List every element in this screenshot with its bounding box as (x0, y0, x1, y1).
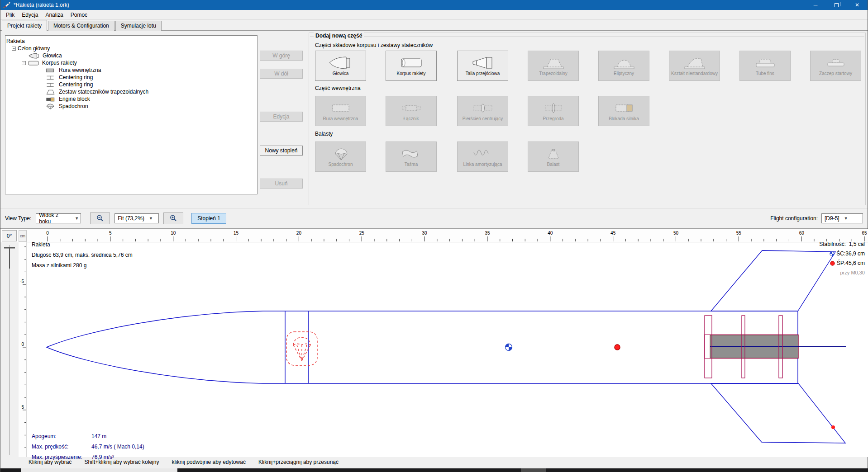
part-button-label: Przegroda (541, 116, 565, 121)
tab-projekt-rakiety[interactable]: Projekt rakiety (2, 20, 47, 31)
restore-button[interactable] (826, 0, 847, 10)
flight-configuration-label: Flight configuration: (770, 215, 818, 222)
svg-text:25: 25 (359, 231, 365, 236)
close-button[interactable]: ✕ (847, 0, 868, 10)
tree-row-centeringring-2[interactable]: Centering ring (6, 81, 256, 88)
chevron-down-icon: ▼ (844, 216, 848, 221)
transition-icon (470, 56, 496, 70)
tab-bar: Projekt rakiety Motors & Configuration S… (0, 20, 868, 31)
collapse-icon[interactable]: − (22, 61, 26, 65)
cg-value: ŚC:36,9 cm (836, 250, 865, 257)
tube-fin-icon (753, 56, 778, 70)
tree-item-label: Zestaw stateczników trapezoidalnych (59, 89, 148, 95)
tree-row-innertube[interactable]: Rura wewnętrzna (6, 66, 256, 74)
flight-configuration-value: [D9-5] (825, 215, 839, 222)
tree-row-parachute[interactable]: Spadochron (6, 103, 256, 110)
tree-item-label: Głowica (43, 52, 62, 59)
part-button-spadochron: Spadochron (315, 142, 366, 172)
part-button-tube-fins: Tube fins (739, 51, 791, 81)
launch-lug-icon (823, 56, 849, 70)
stability-condition: przy M0,30 (819, 268, 865, 278)
svg-text:10: 10 (171, 231, 176, 236)
flight-configuration-select[interactable]: [D9-5] ▼ (821, 213, 863, 223)
part-button-korpus-rakiety[interactable]: Korpus rakiety (386, 51, 437, 81)
rotation-slider (0, 242, 19, 457)
menu-edycja[interactable]: Edycja (18, 11, 42, 19)
tree-row-nosecone[interactable]: Głowica (6, 52, 256, 59)
tree-row-engineblock[interactable]: Engine block (6, 95, 256, 103)
engineblock-icon (44, 96, 56, 102)
parachute-icon (44, 104, 56, 109)
group-inner-component-label: Część wewnętrzna (315, 85, 361, 91)
add-part-title: Dodaj nową część (314, 33, 364, 39)
part-button-label: Eliptyczny (612, 71, 635, 76)
rotation-angle-box[interactable]: 0° (2, 230, 17, 241)
horizontal-ruler: 05101520253035404550556065 (27, 229, 868, 242)
taskbar-sliver-gray (521, 468, 546, 472)
chevron-down-icon: ▼ (149, 216, 153, 221)
part-button-glowica[interactable]: Głowica (315, 51, 366, 81)
freeform-fin-icon (682, 56, 707, 70)
move-down-button: W dół (260, 69, 303, 79)
zoom-value: Fit (73,2%) (118, 215, 144, 222)
restore-icon (835, 3, 839, 7)
tree-row-stage[interactable]: − Człon główny (6, 45, 256, 52)
tree-row-rocket[interactable]: Rakieta (6, 38, 256, 45)
nose-cone-outline (47, 311, 263, 383)
hint-drag: Kliknij+przeciągnij aby przesunąć (258, 459, 339, 465)
tree-root-label: Rakieta (6, 38, 25, 44)
tab-symulacje-lotu[interactable]: Symulacje lotu (115, 21, 162, 31)
max-velocity-label: Max. prędkość: (32, 442, 91, 452)
bodytube-icon (28, 60, 39, 66)
menu-pomoc[interactable]: Pomoc (67, 11, 91, 19)
rotation-slider-strip[interactable] (0, 242, 19, 457)
rocket-mass: Masa z silnikami 280 g (32, 260, 133, 271)
part-button-label: Talia przejściowa (464, 71, 501, 76)
hint-edit: kliknij podwójnie aby edytować (172, 459, 245, 465)
finset-icon (44, 89, 56, 95)
nosecone-icon (28, 53, 40, 59)
rocket-dimensions: Długość 63,9 cm, maks. średnica 5,76 cm (32, 250, 133, 260)
part-button-label: Linka amortyzująca (462, 162, 503, 167)
magnifier-plus-icon (169, 214, 177, 222)
part-button-label: Spadochron (327, 162, 354, 167)
minimize-button[interactable]: ─ (805, 0, 826, 10)
tree-row-centeringring-1[interactable]: Centering ring (6, 74, 256, 81)
zoom-in-button[interactable] (163, 212, 183, 224)
tree-item-label: Centering ring (59, 81, 93, 88)
menu-plik[interactable]: Plik (2, 11, 18, 19)
view-type-value: Widok z boku (39, 212, 70, 225)
part-button-trapezoidalny: Trapezoidalny (528, 51, 579, 81)
tree-row-bodytube[interactable]: − Korpus rakiety (6, 59, 256, 66)
svg-text:50: 50 (673, 231, 679, 236)
rocket-side-view (27, 242, 868, 457)
part-button-label: Tube fins (754, 71, 776, 76)
tree-row-finset[interactable]: Zestaw stateczników trapezoidalnych (6, 88, 256, 95)
stability-value: 1,5 cal (849, 241, 865, 247)
part-button-label: Łącznik (402, 116, 420, 121)
tree-stage-label: Człon główny (18, 45, 50, 52)
tab-motors-configuration[interactable]: Motors & Configuration (48, 21, 114, 31)
collapse-icon[interactable]: − (12, 47, 16, 51)
rocket-info-block: Rakieta Długość 63,9 cm, maks. średnica … (32, 240, 133, 271)
part-button-rura-wewnetrzna: Rura wewnętrzna (315, 96, 366, 126)
stage-1-toggle[interactable]: Stopień 1 (191, 213, 226, 224)
part-button-tasma: Taśma (386, 142, 437, 172)
part-button-blokada-silnika: Blokada silnika (598, 96, 649, 126)
component-tree[interactable]: Rakieta − Człon główny Głowica − Korpus … (5, 35, 258, 194)
part-button-talia-przejsciowa[interactable]: Talia przejściowa (457, 51, 508, 81)
zoom-select[interactable]: Fit (73,2%) ▼ (114, 213, 159, 223)
flight-stats-block: Apogeum:147 m Max. prędkość:46,7 m/s ( M… (32, 431, 144, 463)
zoom-out-button[interactable] (90, 212, 110, 224)
trapezoidal-fin-icon (541, 56, 566, 70)
new-stage-button[interactable]: Nowy stopień (260, 146, 303, 156)
svg-text:40: 40 (548, 231, 553, 236)
taskbar-sliver-light (21, 468, 177, 472)
view-type-select[interactable]: Widok z boku ▼ (36, 213, 81, 223)
vertical-ruler-ticks: -505 (19, 242, 27, 457)
menu-analiza[interactable]: Analiza (42, 11, 67, 19)
rocket-drawing-area[interactable]: Rakieta Długość 63,9 cm, maks. średnica … (27, 242, 868, 457)
elliptical-fin-icon (611, 56, 637, 70)
cp-icon (830, 261, 835, 266)
parachute-outline (286, 332, 317, 365)
